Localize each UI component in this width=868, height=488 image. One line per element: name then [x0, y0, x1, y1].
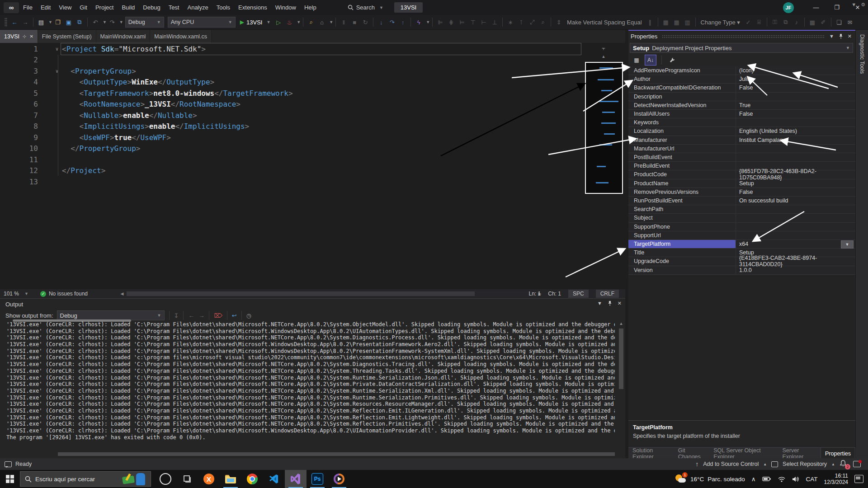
property-row-manufacturer[interactable]: ManufacturerInstitut Campalans — [628, 136, 855, 145]
menu-build[interactable]: Build — [118, 0, 139, 15]
file-search-icon[interactable]: ⌕ — [307, 17, 316, 27]
show-hidden-icons-chevron[interactable]: ∧ — [751, 475, 756, 483]
value-dropdown-button[interactable]: ▼ — [841, 240, 854, 249]
output-line[interactable]: '13VSI.exe' (CoreCLR: clrhost): Loaded '… — [0, 375, 615, 381]
navigate-forward-icon[interactable]: → — [21, 17, 30, 27]
property-value[interactable] — [736, 93, 855, 101]
scrollbar-thumb[interactable] — [127, 291, 475, 296]
output-line[interactable]: The program '[29264] 13VSI.exe' has exit… — [0, 434, 615, 441]
open-file-icon[interactable]: ❐ — [53, 17, 62, 27]
step-over-icon[interactable]: ↷ — [387, 17, 396, 27]
taskbar-clock[interactable]: 16:11 12/3/2024 — [824, 473, 848, 485]
output-header[interactable]: Output ▼ ✕ — [0, 299, 625, 310]
health-indicator[interactable]: ✓ No issues found — [40, 291, 88, 297]
output-vertical-scrollbar[interactable]: ▲ — [618, 321, 624, 442]
pin-icon[interactable]: ⊹ — [23, 34, 26, 39]
xaml-diagnostics-icon[interactable]: ϟ — [414, 17, 423, 27]
menu-project[interactable]: Project — [91, 0, 118, 15]
property-value[interactable]: 1.0.0 — [736, 266, 855, 274]
menu-analyze[interactable]: Analyze — [183, 0, 212, 15]
goto-message-icon[interactable]: ↧ — [174, 312, 179, 319]
property-row-backwardcompatibleidgeneration[interactable]: BackwardCompatibleIDGenerationFalse — [628, 84, 855, 92]
menu-view[interactable]: View — [55, 0, 75, 15]
validate-icon[interactable]: ✐ — [819, 17, 828, 27]
output-horizontal-scrollbar[interactable] — [0, 452, 625, 457]
editor-horizontal-scrollbar[interactable]: ◀ ▶ — [118, 291, 543, 297]
property-row-author[interactable]: AuthorJulia — [628, 75, 855, 84]
output-line[interactable]: '13VSI.exe' (CoreCLR: clrhost): Loaded '… — [0, 394, 615, 401]
sql-grid-icon[interactable]: ▦ — [672, 17, 681, 27]
chevron-down-icon[interactable]: ▼ — [597, 300, 602, 306]
property-value[interactable]: True — [736, 101, 855, 109]
menu-file[interactable]: File — [19, 0, 37, 15]
property-value[interactable] — [736, 145, 855, 153]
battery-icon[interactable] — [762, 476, 771, 482]
code-line[interactable]: 9 <UseWPF>true</UseWPF> — [0, 132, 582, 143]
property-row-upgradecode[interactable]: UpgradeCode{E418BFE3-CAB2-43BE-8974-3114… — [628, 257, 855, 266]
action-center-icon[interactable] — [854, 475, 863, 483]
property-value[interactable]: False — [736, 188, 855, 196]
make-same-size-icon[interactable]: ∗ — [506, 17, 515, 27]
taskbar-app-file-explorer[interactable] — [220, 470, 241, 488]
share-icon[interactable]: ❏ — [835, 17, 844, 27]
hot-reload-icon[interactable]: ♨ — [285, 17, 294, 27]
property-row-supporturl[interactable]: SupportUrl — [628, 231, 855, 240]
output-line[interactable]: '13VSI.exe' (CoreCLR: clrhost): Loaded '… — [0, 368, 615, 375]
properties-title-bar[interactable]: Properties ▼ ✕ — [628, 31, 855, 42]
align-lefts-icon[interactable]: ⊫ — [436, 17, 445, 27]
send-feedback-icon[interactable] — [853, 461, 861, 467]
categorized-view-icon[interactable]: ▦ — [631, 55, 642, 65]
menu-help[interactable]: Help — [300, 0, 321, 15]
property-pages-wrench-icon[interactable] — [667, 55, 678, 65]
sync-with-active-document-icon[interactable]: ⌂ — [317, 17, 326, 27]
taskbar-search-box[interactable]: Escriu aquí per cercar — [20, 471, 151, 487]
volume-icon[interactable] — [792, 476, 800, 482]
tab-mainwindow-xaml[interactable]: MainWindow.xaml — [96, 30, 151, 43]
property-row-runpostbuildevent[interactable]: RunPostBuildEventOn successful build — [628, 197, 855, 205]
query-designer-icon[interactable]: ▩ — [808, 17, 817, 27]
menu-test[interactable]: Test — [165, 0, 184, 15]
property-row-supportphone[interactable]: SupportPhone — [628, 223, 855, 231]
start-button[interactable] — [0, 470, 20, 488]
stop-icon[interactable]: ■ — [350, 17, 359, 27]
output-line[interactable]: '13VSI.exe' (CoreCLR: clrhost): Loaded '… — [0, 328, 615, 335]
code-line[interactable]: 13 — [0, 176, 582, 187]
close-icon[interactable]: ✕ — [618, 300, 622, 306]
code-line[interactable]: 2 — [0, 55, 582, 66]
tab-13vsi[interactable]: 13VSI⊹✕ — [0, 30, 38, 43]
editor-options-gear-icon[interactable]: ⚙ — [861, 2, 865, 8]
expand-icon[interactable]: ⤢ — [528, 17, 537, 27]
selected-object-combo[interactable]: Setup Deployment Project Properties ▼ — [630, 43, 853, 53]
align-centers-icon[interactable]: ⋕ — [447, 17, 456, 27]
property-row-keywords[interactable]: Keywords — [628, 118, 855, 127]
property-row-detectnewerinstalledversion[interactable]: DetectNewerInstalledVersionTrue — [628, 101, 855, 110]
add-to-source-control-button[interactable]: Add to Source Control — [703, 461, 759, 467]
close-icon[interactable]: ✕ — [29, 34, 33, 39]
scroll-left-arrow-icon[interactable]: ◀ — [118, 291, 126, 296]
code-line[interactable]: 10 </PropertyGroup> — [0, 143, 582, 154]
menu-extensions[interactable]: Extensions — [234, 0, 271, 15]
minimap-viewport[interactable] — [585, 62, 623, 194]
taskbar-app-photoshop[interactable]: Ps — [307, 470, 328, 488]
undo-icon[interactable]: ↶ — [91, 17, 100, 27]
output-line[interactable]: '13VSI.exe' (CoreCLR: clrhost): Loaded '… — [0, 381, 615, 388]
relationships-icon[interactable]: ⧉ — [781, 17, 790, 27]
property-row-description[interactable]: Description — [628, 93, 855, 101]
output-line[interactable]: '13VSI.exe' (CoreCLR: clrhost): Loaded '… — [0, 401, 615, 408]
property-row-removepreviousversions[interactable]: RemovePreviousVersionsFalse — [628, 188, 855, 197]
column-indicator[interactable]: Ch: 1 — [548, 291, 561, 297]
start-debugging-button[interactable]: ▶13VSI▼ — [240, 19, 271, 26]
property-value[interactable]: False — [736, 84, 855, 92]
code-line[interactable]: 8 <ImplicitUsings>enable</ImplicitUsings… — [0, 121, 582, 132]
start-without-debugging-icon[interactable]: ▷ — [274, 17, 283, 27]
line-indicator[interactable]: Ln: 1 — [529, 291, 541, 297]
property-value[interactable]: Setup — [736, 179, 855, 188]
property-row-manufacturerurl[interactable]: ManufacturerUrl — [628, 145, 855, 153]
property-row-version[interactable]: Version1.0.0 — [628, 266, 855, 275]
split-editor-handle-icon[interactable]: ⫟ — [598, 45, 609, 52]
close-icon[interactable]: ✕ — [848, 33, 852, 39]
menu-debug[interactable]: Debug — [139, 0, 164, 15]
property-value[interactable]: Julia — [736, 75, 855, 83]
taskbar-app-visual-studio[interactable] — [285, 470, 307, 488]
property-value[interactable]: x64▼ — [736, 240, 855, 248]
